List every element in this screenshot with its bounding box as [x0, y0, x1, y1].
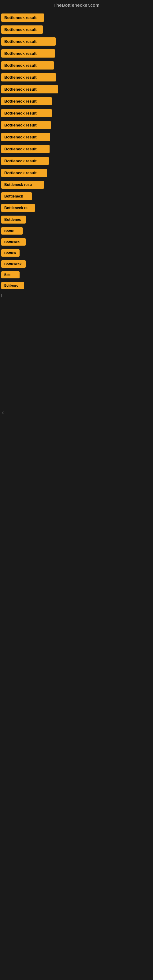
spacer	[1, 345, 152, 354]
bottleneck-badge[interactable]: Bottle	[1, 227, 22, 235]
spacer	[1, 299, 152, 309]
bottleneck-badge[interactable]: Bottleneck	[1, 192, 32, 200]
bottleneck-badge[interactable]: Bottleneck result	[1, 109, 52, 117]
list-item[interactable]: Bottlenec	[1, 280, 152, 291]
list-item[interactable]: Bottleneck resu	[1, 179, 152, 191]
spacer	[1, 400, 152, 409]
list-item[interactable]: Bottleneck result	[1, 59, 152, 72]
spacer	[1, 354, 152, 364]
bottleneck-badge[interactable]: Bottlen	[1, 249, 19, 257]
list-item[interactable]: Bottlen	[1, 247, 152, 258]
list-item[interactable]: Bottleneck result	[1, 119, 152, 131]
spacer	[1, 499, 152, 508]
site-header: TheBottlenecker.com	[0, 0, 153, 12]
spacer	[1, 364, 152, 373]
list-item[interactable]: Bottleneck re	[1, 202, 152, 214]
bottleneck-badge[interactable]: Bottleneck result	[1, 49, 55, 57]
bottleneck-badge[interactable]: Bottleneck result	[1, 157, 49, 165]
list-item[interactable]: Bottleneck result	[1, 83, 152, 95]
list-item[interactable]: Bottleneck result	[1, 35, 152, 48]
spacer	[1, 490, 152, 499]
spacer	[1, 472, 152, 481]
bottleneck-badge[interactable]: Bottleneck result	[1, 37, 56, 46]
bottleneck-badge[interactable]: Bott	[1, 271, 19, 278]
list-item[interactable]: Bottlenec	[1, 214, 152, 225]
page-content: Bottleneck result Bottleneck result Bott…	[0, 12, 153, 527]
bottom-label: 0	[1, 409, 152, 417]
list-item[interactable]: Bottleneck	[1, 258, 152, 269]
bottleneck-badge[interactable]: Bottleneck re	[1, 204, 35, 212]
list-item[interactable]: Bottle	[1, 225, 152, 236]
spacer	[1, 508, 152, 517]
bottleneck-badge[interactable]: Bottleneck result	[1, 13, 44, 22]
spacer	[1, 444, 152, 453]
spacer	[1, 327, 152, 336]
spacer	[1, 382, 152, 391]
bottleneck-badge[interactable]: Bottleneck resu	[1, 181, 44, 189]
list-item[interactable]: Bottleneck result	[1, 24, 152, 35]
list-item[interactable]: Bottleneck result	[1, 12, 152, 24]
spacer	[1, 435, 152, 444]
bottleneck-badge[interactable]: Bottlenec	[1, 216, 26, 224]
site-title: TheBottlenecker.com	[54, 2, 99, 8]
list-item[interactable]: Bottleneck result	[1, 143, 152, 155]
list-item[interactable]: Bottleneck result	[1, 155, 152, 167]
spacer	[1, 453, 152, 463]
spacer	[1, 373, 152, 382]
bottleneck-badge[interactable]: Bottleneck result	[1, 61, 54, 70]
bottleneck-badge[interactable]: Bottleneck result	[1, 73, 56, 81]
bottleneck-badge[interactable]: Bottleneck	[1, 260, 26, 268]
spacer	[1, 426, 152, 435]
spacer	[1, 417, 152, 426]
spacer	[1, 463, 152, 472]
bottleneck-badge[interactable]: Bottlenec	[1, 238, 26, 246]
list-item[interactable]: Bottleneck result	[1, 167, 152, 179]
spacer	[1, 318, 152, 327]
bottleneck-badge[interactable]: Bottleneck result	[1, 85, 58, 94]
list-item[interactable]: Bottleneck result	[1, 72, 152, 83]
bottleneck-badge[interactable]: Bottlenec	[1, 282, 24, 289]
list-item[interactable]: Bottleneck result	[1, 95, 152, 107]
spacer	[1, 517, 152, 527]
bottleneck-badge[interactable]: Bottleneck result	[1, 121, 51, 129]
bottleneck-badge[interactable]: Bottleneck result	[1, 25, 43, 34]
bottleneck-badge[interactable]: Bottleneck result	[1, 133, 50, 141]
list-item[interactable]: Bottleneck	[1, 191, 152, 202]
bottleneck-badge[interactable]: Bottleneck result	[1, 169, 47, 177]
spacer	[1, 336, 152, 345]
list-item[interactable]: Bottleneck result	[1, 48, 152, 59]
cursor: |	[1, 291, 152, 299]
spacer	[1, 391, 152, 400]
spacer	[1, 481, 152, 490]
list-item[interactable]: Bott	[1, 269, 152, 280]
list-item[interactable]: Bottleneck result	[1, 131, 152, 143]
list-item[interactable]: Bottleneck result	[1, 107, 152, 119]
list-item[interactable]: Bottlenec	[1, 236, 152, 247]
bottleneck-badge[interactable]: Bottleneck result	[1, 97, 52, 105]
spacer	[1, 309, 152, 318]
bottleneck-badge[interactable]: Bottleneck result	[1, 145, 49, 153]
